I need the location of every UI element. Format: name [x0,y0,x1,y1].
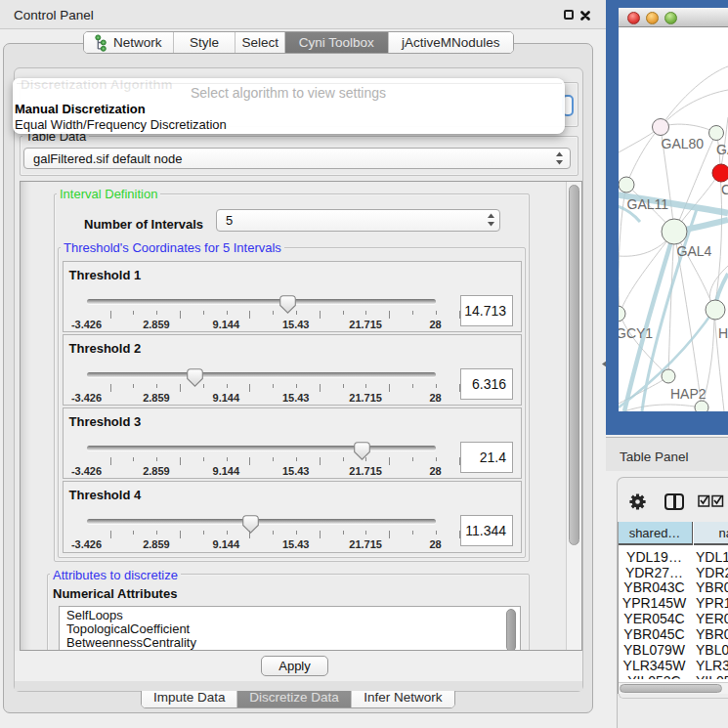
svg-text:HA: HA [718,325,728,341]
svg-text:C: C [721,182,728,197]
svg-text:GAL11: GAL11 [627,196,669,212]
svg-text:GCY1: GCY1 [619,325,653,341]
svg-text:GAL80: GAL80 [662,136,705,151]
svg-text:GAL4: GAL4 [677,243,712,259]
svg-text:HAP2: HAP2 [670,386,707,402]
svg-text:GA: GA [716,142,728,157]
